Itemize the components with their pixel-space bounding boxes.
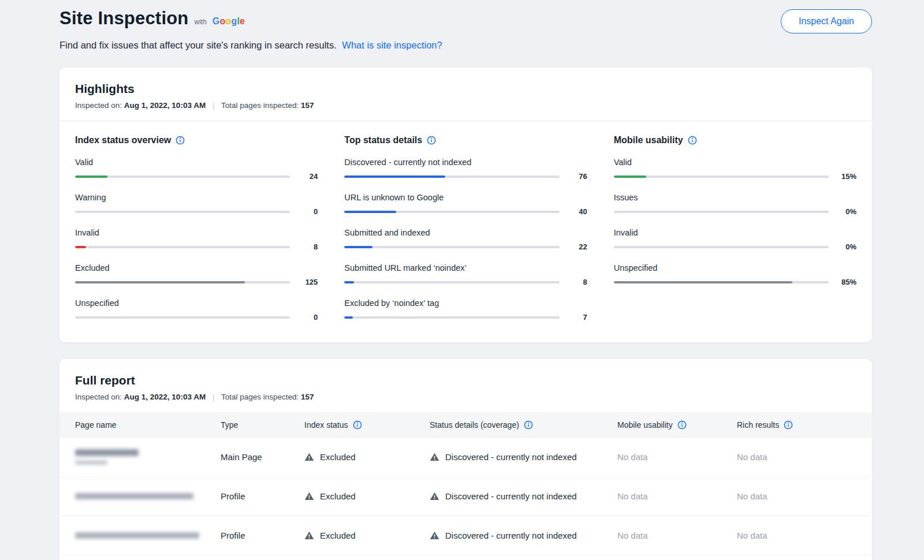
progress-bar-fill: [344, 246, 372, 248]
info-icon[interactable]: [427, 136, 436, 145]
google-letter: e: [240, 16, 245, 26]
total-pages-label: Total pages inspected:: [221, 101, 299, 110]
type-cell: Main Page: [221, 452, 304, 462]
stat-value: 40: [567, 207, 587, 216]
stat-row: Issues 0%: [614, 193, 856, 216]
stat-value: 0%: [836, 242, 856, 251]
progress-bar-fill: [344, 211, 396, 213]
google-letter: G: [213, 16, 220, 26]
index-status-label: Excluded: [320, 531, 356, 540]
rich-results-cell: No data: [737, 531, 856, 540]
column-label: Mobile usability: [617, 420, 673, 430]
section-title-row: Index status overview: [75, 135, 318, 145]
stat-value: 8: [567, 278, 587, 286]
section-title-row: Top status details: [344, 135, 587, 145]
progress-bar: [614, 281, 829, 283]
progress-bar: [75, 176, 290, 178]
page-header: Site Inspection with Google Inspect Agai…: [59, 8, 872, 51]
section-title: Index status overview: [75, 135, 171, 145]
inspect-again-button[interactable]: Inspect Again: [781, 9, 872, 33]
index-status-label: Excluded: [320, 491, 356, 501]
page-name-redacted: [75, 449, 139, 456]
meta-separator: |: [213, 393, 215, 401]
page-name-redacted: [75, 532, 199, 539]
progress-bar: [344, 246, 559, 248]
stat-value: 24: [297, 172, 318, 181]
top-status-details-section: Top status details Discovered - currentl…: [344, 135, 587, 322]
info-icon[interactable]: [784, 420, 793, 430]
info-icon[interactable]: [176, 136, 185, 145]
stat-value: 0: [297, 313, 318, 322]
progress-bar-fill: [614, 176, 646, 178]
highlights-title: Highlights: [75, 82, 856, 96]
table-row[interactable]: Profile Excluded Discovered - currently …: [59, 516, 872, 555]
info-icon[interactable]: [524, 420, 533, 430]
mobile-usability-section: Mobile usability Valid 15% Issues 0% Inv…: [614, 135, 856, 322]
column-header-rich-results: Rich results: [737, 420, 856, 430]
stat-label: Invalid: [614, 228, 856, 237]
mobile-usability-cell: No data: [617, 452, 737, 462]
warning-icon: [430, 452, 439, 462]
stat-label: URL is unknown to Google: [344, 193, 587, 202]
stat-label: Unspecified: [75, 298, 318, 308]
stat-value: 22: [567, 242, 587, 251]
total-pages-value: 157: [301, 393, 314, 401]
stat-value: 8: [297, 242, 318, 251]
stat-row: URL is unknown to Google 40: [344, 193, 587, 216]
highlights-body: Index status overview Valid 24 Warning 0…: [59, 121, 872, 342]
stat-row: Submitted URL marked ‘noindex’ 8: [344, 263, 587, 286]
info-icon[interactable]: [353, 420, 362, 430]
index-status-cell: Excluded: [304, 452, 430, 462]
stat-label: Submitted URL marked ‘noindex’: [344, 263, 587, 272]
what-is-site-inspection-link[interactable]: What is site inspection?: [342, 40, 442, 50]
type-cell: Profile: [221, 531, 304, 540]
stat-value: 15%: [836, 172, 856, 181]
stat-row: Discovered - currently not indexed 76: [344, 158, 587, 181]
mobile-usability-cell: No data: [617, 531, 737, 540]
column-label: Rich results: [737, 420, 779, 430]
progress-bar-fill: [344, 316, 353, 319]
progress-bar: [614, 246, 829, 248]
full-report-card-header: Full report Inspected on: Aug 1, 2022, 1…: [59, 359, 872, 412]
stat-label: Excluded: [75, 263, 318, 272]
column-header-page-name: Page name: [75, 420, 221, 430]
column-header-type: Type: [221, 420, 304, 430]
stat-label: Issues: [614, 193, 856, 202]
stat-value: 85%: [836, 278, 856, 286]
total-pages-label: Total pages inspected:: [221, 393, 299, 401]
page-name-cell: [75, 532, 221, 539]
column-label: Status details (coverage): [430, 420, 519, 430]
progress-bar-fill: [614, 281, 792, 283]
stat-row: Unspecified 0: [75, 298, 318, 322]
stat-row: Excluded 125: [75, 263, 318, 286]
progress-bar: [344, 316, 559, 319]
section-title: Mobile usability: [614, 135, 683, 145]
warning-icon: [430, 491, 439, 501]
total-pages-value: 157: [301, 101, 314, 110]
warning-icon: [430, 531, 439, 540]
progress-bar: [344, 281, 559, 283]
info-icon[interactable]: [677, 420, 687, 430]
column-label: Type: [221, 420, 238, 430]
progress-bar-fill: [75, 246, 86, 248]
status-details-label: Discovered - currently not indexed: [445, 531, 577, 540]
status-details-cell: Discovered - currently not indexed: [430, 531, 617, 540]
page-description: Find and fix issues that affect your sit…: [59, 40, 337, 50]
table-header: Page name Type Index status Status detai…: [59, 412, 872, 438]
mobile-usability-cell: No data: [617, 491, 737, 501]
table-row[interactable]: Product Invalid Submitted, marked ‘noind…: [59, 555, 872, 560]
page-name-redacted: [75, 493, 193, 499]
index-status-cell: Excluded: [304, 491, 430, 501]
title-group: Site Inspection with Google: [59, 8, 245, 29]
column-label: Page name: [75, 420, 117, 430]
table-row[interactable]: Main Page Excluded Discovered - currentl…: [59, 438, 872, 477]
stat-label: Warning: [75, 193, 318, 202]
stat-label: Submitted and indexed: [344, 228, 587, 237]
google-logo: Google: [213, 16, 245, 27]
progress-bar: [614, 176, 829, 178]
table-row[interactable]: Profile Excluded Discovered - currently …: [59, 477, 872, 516]
progress-bar: [75, 316, 290, 319]
stat-label: Unspecified: [614, 263, 856, 272]
type-cell: Profile: [221, 491, 304, 501]
info-icon[interactable]: [688, 136, 697, 145]
